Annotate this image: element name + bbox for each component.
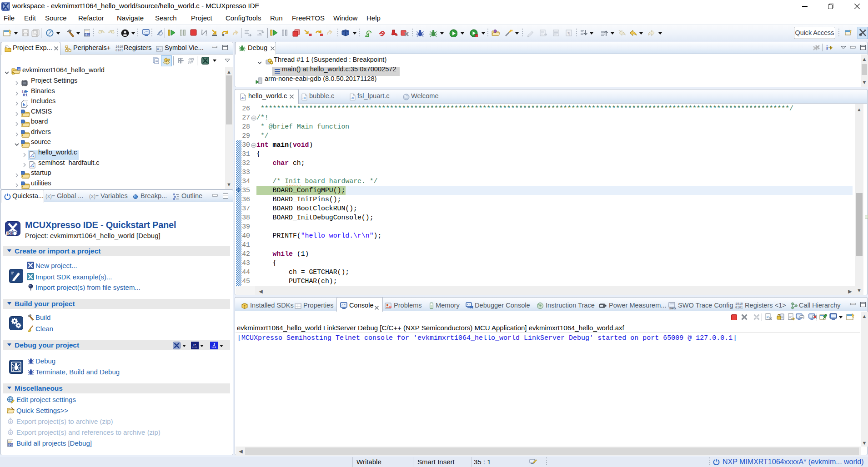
svg-text:010: 010 — [8, 443, 13, 446]
svg-text:IDE: IDE — [7, 231, 14, 236]
svg-text:P.: P. — [193, 343, 196, 347]
svg-text:01: 01 — [23, 93, 28, 97]
svg-text:¶: ¶ — [568, 30, 570, 36]
svg-text:.c: .c — [30, 153, 34, 158]
svg-text:h: h — [23, 103, 25, 107]
svg-text:Link: Link — [211, 346, 216, 348]
svg-text:010: 010 — [85, 33, 90, 36]
svg-text:.c: .c — [302, 95, 306, 100]
svg-text:.c: .c — [30, 163, 34, 168]
svg-text:i: i — [826, 44, 828, 51]
svg-text:.c: .c — [351, 95, 354, 100]
svg-text:SWO: SWO — [669, 307, 676, 310]
svg-text:.c: .c — [241, 95, 245, 100]
svg-text:C: C — [17, 67, 20, 70]
